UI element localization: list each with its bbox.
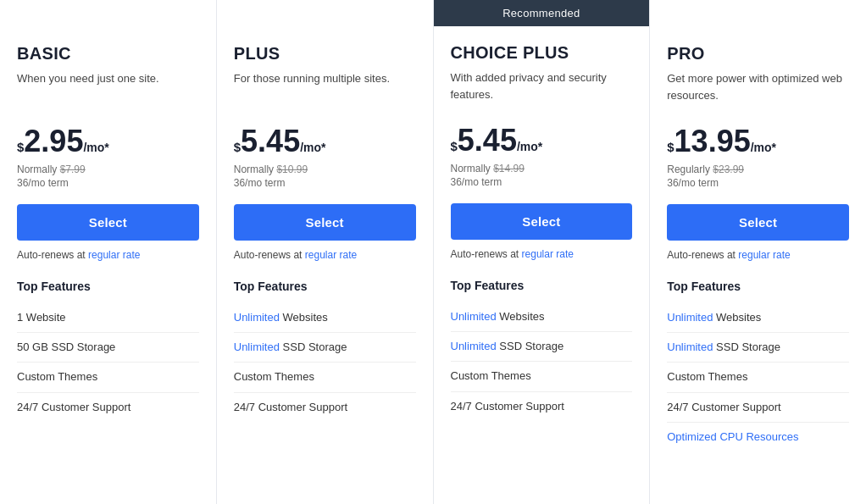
price-block-pro: $13.95/mo* <box>667 126 849 157</box>
pricing-container: BASICWhen you need just one site. $2.95/… <box>0 0 866 504</box>
feature-highlight-plus-1: Unlimited <box>234 341 280 353</box>
price-amount-choice-plus: 5.45 <box>458 125 517 156</box>
plan-col-pro: PROGet more power with optimized web res… <box>650 0 866 504</box>
select-button-plus[interactable]: Select <box>234 204 416 241</box>
price-block-choice-plus: $5.45/mo* <box>451 125 633 156</box>
price-dollar-basic: $ <box>17 141 24 153</box>
feature-item-pro-3: 24/7 Customer Support <box>667 393 849 423</box>
price-term-basic: 36/mo term <box>17 177 199 189</box>
price-normally-choice-plus: Normally $14.99 <box>451 163 633 174</box>
price-block-plus: $5.45/mo* <box>234 126 416 157</box>
price-term-plus: 36/mo term <box>234 177 416 189</box>
feature-item-pro-1: Unlimited SSD Storage <box>667 333 849 363</box>
feature-item-plus-2: Custom Themes <box>234 363 416 392</box>
price-dollar-plus: $ <box>234 141 241 153</box>
feature-item-choice-plus-1: Unlimited SSD Storage <box>451 332 633 362</box>
feature-item-plus-0: Unlimited Websites <box>234 303 416 333</box>
normally-price-plus: $10.99 <box>276 163 308 175</box>
normally-price-pro: $23.99 <box>713 163 744 175</box>
plan-name-plus: PLUS <box>234 44 416 64</box>
price-amount-plus: 5.45 <box>241 126 300 157</box>
price-normally-plus: Normally $10.99 <box>234 163 416 175</box>
plan-name-choice-plus: CHOICE PLUS <box>451 43 633 63</box>
plan-col-choice-plus: RecommendedCHOICE PLUSWith added privacy… <box>434 0 651 504</box>
plan-desc-choice-plus: With added privacy and security features… <box>451 69 633 110</box>
top-features-label-pro: Top Features <box>667 280 849 293</box>
plan-desc-pro: Get more power with optimized web resour… <box>667 70 849 111</box>
normally-price-basic: $7.99 <box>60 163 86 175</box>
feature-item-choice-plus-2: Custom Themes <box>451 362 633 391</box>
regular-rate-link-basic[interactable]: regular rate <box>88 249 140 261</box>
regular-rate-link-pro[interactable]: regular rate <box>738 249 790 261</box>
select-button-basic[interactable]: Select <box>17 204 199 241</box>
plan-col-basic: BASICWhen you need just one site. $2.95/… <box>0 0 217 504</box>
auto-renew-plus: Auto-renews at regular rate <box>234 249 416 261</box>
normally-price-choice-plus: $14.99 <box>493 163 525 174</box>
feature-item-choice-plus-0: Unlimited Websites <box>451 302 633 332</box>
feature-item-basic-3: 24/7 Customer Support <box>17 393 199 422</box>
regular-rate-link-plus[interactable]: regular rate <box>305 249 357 261</box>
top-features-label-choice-plus: Top Features <box>451 279 633 292</box>
top-features-label-basic: Top Features <box>17 280 199 293</box>
feature-highlight-plus-0: Unlimited <box>234 311 280 324</box>
plan-col-plus: PLUSFor those running multiple sites. $5… <box>217 0 434 504</box>
price-normally-pro: Regularly $23.99 <box>667 163 849 175</box>
feature-item-pro-0: Unlimited Websites <box>667 303 849 333</box>
plan-name-basic: BASIC <box>17 44 199 64</box>
select-button-pro[interactable]: Select <box>667 204 849 241</box>
price-per-pro: /mo* <box>751 141 776 154</box>
feature-item-basic-2: Custom Themes <box>17 363 199 392</box>
feature-item-pro-4[interactable]: Optimized CPU Resources <box>667 423 849 451</box>
feature-highlight-pro-1: Unlimited <box>667 341 713 353</box>
auto-renew-choice-plus: Auto-renews at regular rate <box>451 248 633 260</box>
feature-highlight-pro-0: Unlimited <box>667 311 713 324</box>
auto-renew-pro: Auto-renews at regular rate <box>667 249 849 261</box>
price-per-plus: /mo* <box>300 141 325 154</box>
price-term-choice-plus: 36/mo term <box>451 176 633 188</box>
price-normally-basic: Normally $7.99 <box>17 163 199 175</box>
price-amount-basic: 2.95 <box>24 126 83 157</box>
plan-desc-plus: For those running multiple sites. <box>234 70 416 111</box>
plan-name-pro: PRO <box>667 44 849 64</box>
price-per-choice-plus: /mo* <box>517 140 542 153</box>
price-dollar-pro: $ <box>667 141 674 153</box>
feature-item-pro-2: Custom Themes <box>667 363 849 392</box>
feature-highlight-choice-plus-1: Unlimited <box>451 340 497 352</box>
feature-highlight-choice-plus-0: Unlimited <box>451 310 497 323</box>
plan-desc-basic: When you need just one site. <box>17 70 199 111</box>
price-term-pro: 36/mo term <box>667 177 849 189</box>
price-block-basic: $2.95/mo* <box>17 126 199 157</box>
price-per-basic: /mo* <box>83 141 108 154</box>
feature-item-plus-3: 24/7 Customer Support <box>234 393 416 422</box>
price-dollar-choice-plus: $ <box>451 140 458 152</box>
select-button-choice-plus[interactable]: Select <box>451 203 633 240</box>
feature-item-plus-1: Unlimited SSD Storage <box>234 333 416 363</box>
auto-renew-basic: Auto-renews at regular rate <box>17 249 199 261</box>
recommended-badge: Recommended <box>434 0 650 26</box>
feature-item-basic-1: 50 GB SSD Storage <box>17 333 199 363</box>
top-features-label-plus: Top Features <box>234 280 416 293</box>
price-amount-pro: 13.95 <box>674 126 751 157</box>
regular-rate-link-choice-plus[interactable]: regular rate <box>522 248 574 260</box>
feature-item-basic-0: 1 Website <box>17 303 199 333</box>
feature-item-choice-plus-3: 24/7 Customer Support <box>451 392 633 421</box>
